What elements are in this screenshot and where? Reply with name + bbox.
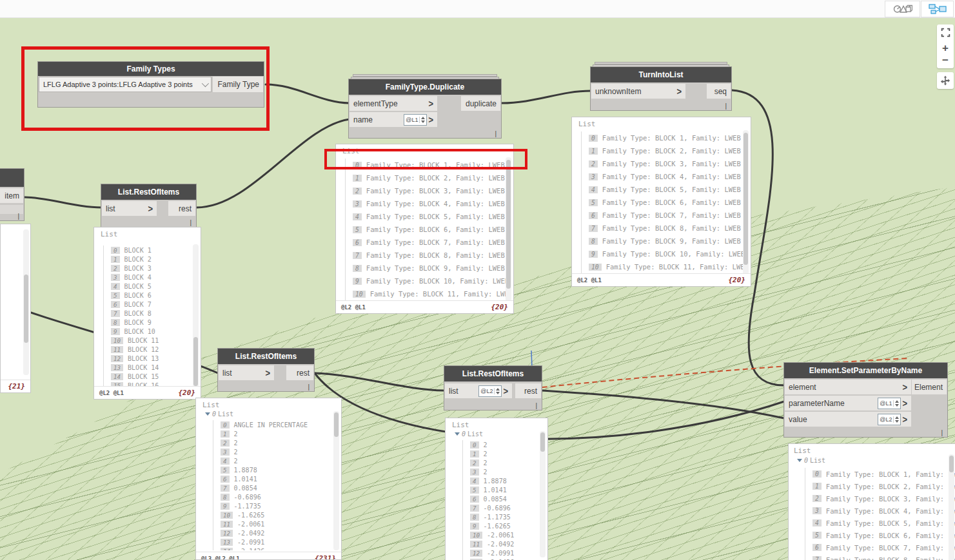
node-title[interactable]: TurnIntoList — [591, 67, 731, 82]
wire-item-to-list[interactable] — [25, 197, 102, 208]
input-port-list[interactable]: list > — [102, 201, 157, 216]
list-item-text: 1.0141 — [484, 487, 507, 494]
sublist-header[interactable]: 0 List — [797, 457, 825, 464]
lacing-spinner[interactable]: @L1 — [878, 398, 901, 409]
list-item-text: Family Type: BLOCK 8, Family: LWEB — [366, 251, 505, 259]
scrollbar-thumb[interactable] — [540, 432, 545, 452]
list-item-text: 2 — [234, 430, 238, 438]
output-port-rest[interactable]: rest — [168, 201, 195, 216]
node-partial-header[interactable]: n — [0, 169, 24, 187]
graph-view-button[interactable] — [921, 1, 954, 17]
list-item-text: BLOCK 6 — [124, 292, 152, 299]
zoom-out-button[interactable]: − — [942, 56, 949, 65]
list-item: 2Family Type: BLOCK 3, Family: LWEB — [589, 157, 743, 170]
input-port-name[interactable]: name @L1 > — [350, 112, 437, 127]
scrollbar[interactable] — [23, 229, 29, 375]
scrollbar[interactable] — [743, 130, 749, 275]
fit-view-button[interactable] — [941, 28, 950, 40]
node-turnintolist[interactable]: TurnIntoList unknownItem > seq | — [590, 66, 732, 111]
lacing-spinner[interactable]: @L1 — [404, 114, 427, 126]
list-index-badge: 3 — [470, 468, 479, 476]
spinner-arrows-icon[interactable] — [419, 117, 425, 123]
input-port-list[interactable]: list @L2 > — [445, 383, 512, 398]
input-port-unknownitem[interactable]: unknownItem > — [591, 84, 685, 99]
port-label: value — [789, 415, 807, 424]
wire-familytype-to-elementtype[interactable] — [266, 84, 350, 103]
geometry-view-button[interactable] — [885, 1, 920, 17]
scrollbar[interactable] — [333, 411, 339, 550]
scrollbar-thumb[interactable] — [743, 133, 748, 265]
lacing-spinner[interactable]: @L2 — [878, 414, 901, 425]
list-index-badge: 10 — [221, 512, 233, 519]
port-label: unknownItem — [595, 87, 641, 96]
spinner-arrows-icon[interactable] — [893, 400, 899, 407]
scrollbar-thumb[interactable] — [24, 275, 28, 343]
scrollbar[interactable] — [540, 431, 546, 557]
preview-left-list[interactable]: {21} — [0, 224, 31, 393]
preview-blocks-list[interactable]: List 0BLOCK 11BLOCK 22BLOCK 33BLOCK 44BL… — [94, 227, 201, 400]
list-index-badge: 7 — [111, 310, 120, 317]
port-label: list — [449, 387, 458, 396]
input-port-value[interactable]: value @L2 > — [785, 412, 911, 427]
output-port-rest[interactable]: rest — [515, 383, 541, 398]
collapse-triangle-icon[interactable] — [455, 432, 460, 436]
node-list-restofitems-bottom[interactable]: List.RestOfItems list > rest | — [217, 348, 315, 392]
node-partial-left[interactable]: n item | — [0, 168, 25, 221]
dynamo-canvas[interactable]: n item | Family Types LFLG Adaptive 3 po… — [0, 0, 955, 560]
output-port-element[interactable]: Element — [912, 380, 947, 394]
preview-angles-list[interactable]: List 0 List 0ANGLE IN PERCENTAGE12223242… — [195, 398, 342, 560]
collapse-triangle-icon[interactable] — [205, 412, 210, 416]
scrollbar-thumb[interactable] — [193, 337, 198, 386]
scrollbar[interactable] — [949, 454, 954, 560]
list-count: {231} — [315, 554, 336, 560]
wire-rest-to-value[interactable] — [542, 391, 784, 418]
node-list-restofitems-mid[interactable]: List.RestOfItems list @L2 > rest | — [444, 365, 542, 410]
input-port-parametername[interactable]: parameterName @L1 > — [785, 396, 911, 410]
scrollbar[interactable] — [506, 157, 511, 302]
node-title[interactable]: FamilyType.Duplicate — [349, 79, 501, 95]
pan-button[interactable] — [937, 72, 954, 89]
scrollbar-thumb[interactable] — [949, 456, 954, 472]
scrollbar-thumb[interactable] — [506, 160, 511, 289]
node-title[interactable]: Element.SetParameterByName — [784, 363, 947, 378]
spinner-arrows-icon[interactable] — [893, 416, 899, 423]
wire-rest-to-list-mid[interactable] — [315, 373, 444, 391]
output-port-item[interactable]: item — [0, 188, 23, 203]
node-title[interactable]: List.RestOfItems — [444, 366, 542, 381]
sublist-header[interactable]: 0 List — [205, 410, 233, 418]
preview-footer: @L2 @L1 {20} — [572, 273, 751, 286]
list-item: 13-2.1436 — [470, 557, 540, 560]
sublist-header[interactable]: 0 List — [455, 430, 483, 438]
node-element-setparameterbyname[interactable]: Element.SetParameterByName element > par… — [783, 362, 948, 438]
node-title[interactable]: List.RestOfItems — [218, 349, 314, 364]
input-port-list[interactable]: list > — [219, 365, 274, 380]
wire-duplicate-to-unknownitem[interactable] — [502, 91, 591, 103]
list-index-badge: 2 — [812, 495, 822, 502]
lacing-spinner[interactable]: @L2 — [478, 385, 502, 397]
list-item: 10-1.6265 — [221, 510, 333, 519]
list-item: 4Family Type: BLOCK 5, Family: LWEB — [589, 183, 743, 196]
output-port-duplicate[interactable]: duplicate — [461, 96, 500, 111]
node-title[interactable]: List.RestOfItems — [101, 184, 196, 200]
preview-footer: @L3 @L2 @L1 {231} — [196, 552, 341, 560]
node-list-restofitems-left[interactable]: List.RestOfItems list > rest | — [101, 184, 197, 227]
port-label: rest — [179, 204, 192, 213]
list-index-badge: 3 — [812, 507, 822, 514]
input-port-element[interactable]: element > — [785, 380, 911, 394]
preview-values-list[interactable]: List 0 List 0212223241.887851.014160.085… — [445, 418, 548, 560]
sublist-label: List — [468, 430, 483, 438]
collapse-triangle-icon[interactable] — [797, 459, 802, 462]
preview-turnintolist-list[interactable]: List 0Family Type: BLOCK 1, Family: LWEB… — [571, 117, 751, 287]
output-port-seq[interactable]: seq — [707, 84, 731, 99]
output-port-rest[interactable]: rest — [286, 365, 313, 380]
list-item: 8-1.1735 — [470, 512, 540, 521]
node-familytype-duplicate[interactable]: FamilyType.Duplicate elementType > name … — [348, 79, 502, 139]
spinner-arrows-icon[interactable] — [494, 388, 500, 394]
input-port-elementtype[interactable]: elementType > — [350, 96, 437, 111]
preview-results-list[interactable]: List 0 List 0Family Type: BLOCK 1, Famil… — [788, 443, 955, 560]
list-item-text: 1.8878 — [234, 467, 257, 474]
zoom-in-button[interactable]: + — [942, 44, 949, 53]
scrollbar-thumb[interactable] — [334, 412, 339, 437]
list-index-badge: 12 — [470, 550, 482, 557]
scrollbar[interactable] — [193, 244, 199, 387]
